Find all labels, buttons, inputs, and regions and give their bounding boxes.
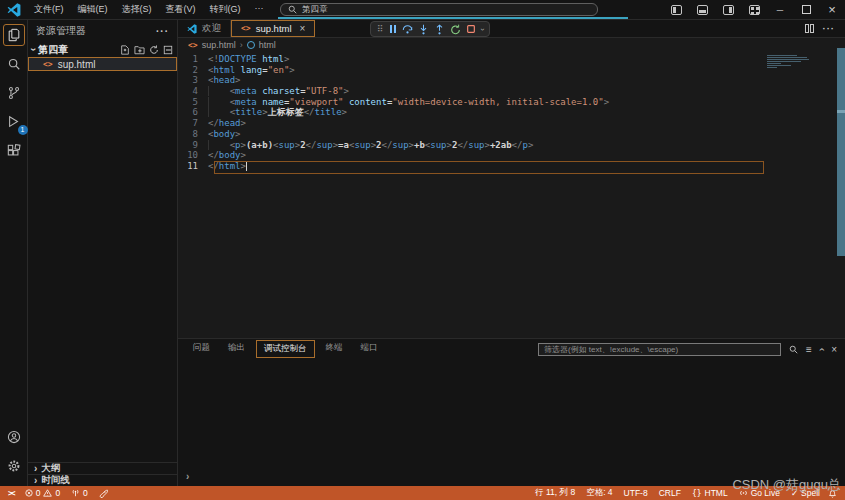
panel-tab-0[interactable]: 问题	[186, 340, 217, 358]
code-line-11[interactable]: 11</html>	[178, 161, 845, 172]
stop-icon[interactable]	[466, 24, 476, 34]
line-number: 10	[178, 150, 208, 161]
ports-indicator[interactable]: 0	[71, 488, 88, 498]
restart-icon[interactable]	[450, 24, 461, 35]
split-editor-icon[interactable]	[805, 24, 814, 33]
code-line-4[interactable]: 4 <meta charset="UTF-8">	[178, 86, 845, 97]
line-number: 9	[178, 140, 208, 151]
panel-tab-1[interactable]: 输出	[221, 340, 252, 358]
filter-input-field[interactable]	[538, 343, 781, 356]
refresh-icon[interactable]	[149, 45, 159, 55]
account-icon[interactable]	[3, 426, 25, 448]
cursor-position[interactable]: 行 11, 列 8	[535, 487, 575, 499]
panel-views-icon[interactable]: ≡	[806, 344, 812, 355]
sidebar-title: 资源管理器	[36, 24, 86, 38]
pause-icon[interactable]	[389, 25, 397, 33]
language-mode[interactable]: {} HTML	[692, 488, 728, 498]
editor-tab-bar: 欢迎 <> sup.html × ···	[178, 20, 845, 38]
step-over-icon[interactable]	[402, 24, 413, 35]
collapse-all-icon[interactable]	[163, 45, 173, 55]
encoding[interactable]: UTF-8	[624, 488, 648, 498]
close-panel-icon[interactable]: ×	[831, 344, 837, 355]
folder-row[interactable]: › 第四章	[28, 42, 177, 57]
html-symbol-icon	[247, 41, 255, 49]
source-control-icon[interactable]	[3, 82, 25, 104]
tab-close-icon[interactable]: ×	[300, 23, 306, 34]
problems-indicator[interactable]: 0 0	[25, 488, 60, 498]
rocket-icon[interactable]	[99, 489, 108, 498]
code-line-1[interactable]: 1<!DOCTYPE html>	[178, 54, 845, 65]
drag-grip-icon[interactable]: ⠿	[377, 24, 384, 34]
minimize-button[interactable]: ─	[767, 0, 793, 19]
outline-section-header[interactable]: › 大纲	[28, 462, 177, 474]
toggle-panel-icon[interactable]	[689, 0, 715, 19]
search-view-icon[interactable]	[3, 53, 25, 75]
timeline-section-header[interactable]: › 时间线	[28, 474, 177, 486]
command-center-search[interactable]: 第四章	[280, 3, 598, 16]
settings-gear-icon[interactable]	[3, 455, 25, 477]
explorer-icon[interactable]	[3, 24, 25, 46]
menu-item-5[interactable]: ···	[249, 1, 270, 18]
indentation[interactable]: 空格: 4	[586, 487, 612, 499]
menu-item-1[interactable]: 编辑(E)	[72, 1, 114, 18]
panel-tab-3[interactable]: 终端	[319, 340, 350, 358]
code-line-9[interactable]: 9 <p>(a+b)<sup>2</sup>=a<sup>2</sup>+b<s…	[178, 140, 845, 151]
minimap[interactable]	[767, 55, 813, 77]
eol-sequence[interactable]: CRLF	[659, 488, 681, 498]
panel-header: 问题输出调试控制台终端端口 ≡ › ×	[178, 339, 845, 359]
window-controls: ─ ×	[663, 0, 845, 19]
close-button[interactable]: ×	[819, 0, 845, 19]
maximize-panel-chevron-icon[interactable]: ›	[816, 347, 827, 350]
line-number: 6	[178, 107, 208, 118]
restore-button[interactable]	[793, 0, 819, 19]
customize-layout-icon[interactable]	[741, 0, 767, 19]
editor-scrollbar[interactable]	[837, 48, 845, 256]
code-line-2[interactable]: 2<html lang="en">	[178, 65, 845, 76]
code-line-7[interactable]: 7</head>	[178, 118, 845, 129]
breadcrumb: <> sup.html › html	[178, 38, 845, 52]
error-count: 0	[36, 488, 41, 498]
warning-icon	[43, 489, 52, 497]
toggle-secondary-sidebar-icon[interactable]	[715, 0, 741, 19]
vscode-window: 文件(F)编辑(E)选择(S)查看(V)转到(G)··· ← → 第四章 ─ ×	[0, 0, 845, 500]
debug-console-output[interactable]: ›	[178, 359, 845, 486]
file-item-sup-html[interactable]: <> sup.html	[28, 57, 177, 71]
menu-item-2[interactable]: 选择(S)	[116, 1, 158, 18]
menu-item-4[interactable]: 转到(G)	[204, 1, 247, 18]
panel-tab-4[interactable]: 端口	[354, 340, 385, 358]
code-line-8[interactable]: 8<body>	[178, 129, 845, 140]
menu-item-0[interactable]: 文件(F)	[28, 1, 70, 18]
breadcrumb-file[interactable]: sup.html	[202, 40, 236, 50]
editor-more-actions-icon[interactable]: ···	[823, 23, 836, 34]
code-line-5[interactable]: 5 <meta name="viewport" content="width=d…	[178, 97, 845, 108]
extensions-icon[interactable]	[3, 140, 25, 162]
breadcrumb-node[interactable]: html	[259, 40, 276, 50]
explorer-more-actions-icon[interactable]: ···	[156, 26, 169, 37]
console-prompt-icon[interactable]: ›	[186, 471, 189, 482]
tab-welcome[interactable]: 欢迎	[178, 20, 231, 37]
folder-name: 第四章	[38, 43, 68, 57]
new-file-icon[interactable]	[120, 45, 130, 55]
code-line-3[interactable]: 3<head>	[178, 75, 845, 86]
panel-search-icon[interactable]	[789, 345, 798, 354]
run-debug-icon[interactable]: 1	[3, 111, 25, 133]
debug-dropdown-chevron-icon[interactable]: ›	[477, 28, 486, 31]
status-bar: >< 0 0 0 行 11, 列 8 空格: 4 UTF-8 CRLF {} H…	[0, 486, 845, 500]
menu-item-3[interactable]: 查看(V)	[160, 1, 202, 18]
tab-sup-html[interactable]: <> sup.html ×	[231, 20, 315, 37]
toggle-sidebar-icon[interactable]	[663, 0, 689, 19]
code-editor[interactable]: 1<!DOCTYPE html>2<html lang="en">3<head>…	[178, 52, 845, 338]
line-number: 7	[178, 118, 208, 129]
panel-tab-2[interactable]: 调试控制台	[256, 340, 315, 358]
line-number: 11	[178, 161, 208, 172]
html-file-icon: <>	[43, 60, 53, 69]
new-folder-icon[interactable]	[134, 45, 145, 55]
chevron-down-icon: ›	[28, 48, 39, 51]
step-into-icon[interactable]	[418, 24, 429, 35]
code-line-10[interactable]: 10</body>	[178, 150, 845, 161]
console-filter-input[interactable]	[538, 343, 781, 356]
remote-indicator[interactable]: ><	[8, 489, 14, 498]
menu-bar: 文件(F)编辑(E)选择(S)查看(V)转到(G)···	[28, 1, 270, 18]
code-line-6[interactable]: 6 <title>上标标签</title>	[178, 107, 845, 118]
step-out-icon[interactable]	[434, 24, 445, 35]
